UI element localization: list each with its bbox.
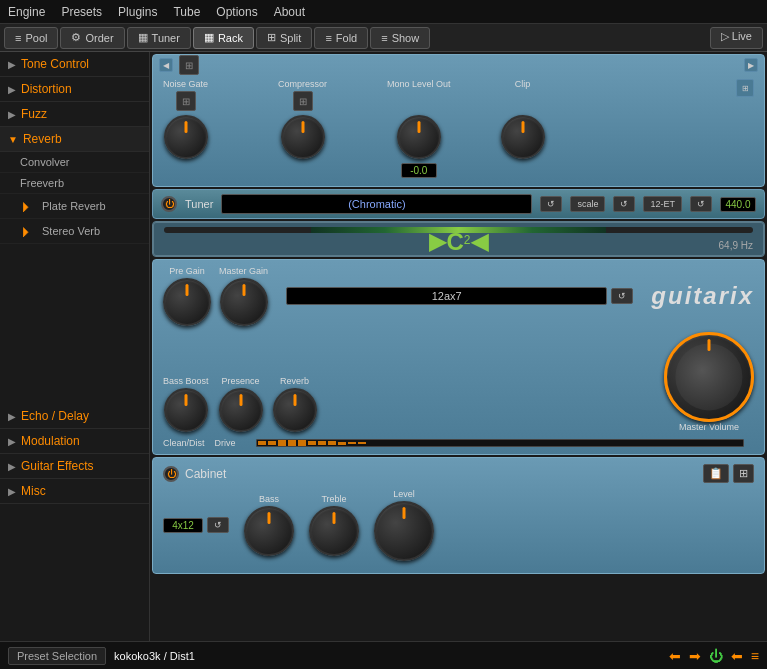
power-icon[interactable]: ⏻ [709,648,723,664]
drive-section: Drive [215,438,236,448]
cabinet-paste-button[interactable]: ⊞ [733,464,754,483]
live-icon: ▷ [721,30,729,42]
sidebar-item-echo-delay[interactable]: ▶ Echo / Delay [0,404,149,429]
menu-presets[interactable]: Presets [61,5,102,19]
sidebar-label-convolver: Convolver [20,156,70,168]
clip-knob[interactable] [501,115,545,159]
arrow-icon: ▶ [8,486,16,497]
master-gain-knob[interactable] [220,278,268,326]
arrow-right-icon[interactable]: ➡ [689,648,701,664]
master-volume-knob[interactable] [664,332,754,422]
sidebar-item-stereo-verb[interactable]: ⏵ Stereo Verb [0,219,149,244]
noise-gate-grid-btn[interactable]: ⊞ [176,91,196,111]
tuner-power-button[interactable]: ⏻ [161,196,177,212]
tab-fold[interactable]: ≡ Fold [314,27,368,49]
sidebar-item-guitar-effects[interactable]: ▶ Guitar Effects [0,454,149,479]
menu-options[interactable]: Options [216,5,257,19]
sidebar-label-distortion: Distortion [21,82,72,96]
pre-gain-label: Pre Gain [169,266,205,276]
sidebar-label-tone-control: Tone Control [21,57,89,71]
tuner-scale-refresh-button[interactable]: ↺ [613,196,635,212]
bullet-icon: ⏵ [20,198,34,214]
compressor-label: Compressor [278,79,327,89]
tab-show[interactable]: ≡ Show [370,27,430,49]
cabinet-label: Cabinet [185,467,226,481]
noise-gate-knob[interactable] [164,115,208,159]
bass-section: Bass [244,494,294,556]
menu-plugins[interactable]: Plugins [118,5,157,19]
level-knob[interactable] [374,501,434,561]
tuner-temperament-button[interactable]: 12-ET [643,196,682,212]
show-icon: ≡ [381,32,387,44]
drive-label: Drive [215,438,236,448]
back-icon[interactable]: ⬅ [731,648,743,664]
preset-selection-label: Preset Selection [8,647,106,665]
nav-right-icon[interactable]: ▶ [744,58,758,72]
sidebar-item-modulation[interactable]: ▶ Modulation [0,429,149,454]
bullet-icon: ⏵ [20,223,34,239]
sidebar-label-guitar-effects: Guitar Effects [21,459,93,473]
sidebar-item-convolver[interactable]: Convolver [0,152,149,173]
tuner-scale-button[interactable]: scale [570,196,605,212]
tab-rack[interactable]: ▦ Rack [193,27,254,49]
grid-button[interactable]: ⊞ [179,55,199,75]
gear-icon: ⚙ [71,31,81,44]
reverb-knob[interactable] [273,388,317,432]
compressor-grid-btn[interactable]: ⊞ [293,91,313,111]
panel-nav-icon[interactable]: ⊞ [736,79,754,97]
tab-order[interactable]: ⚙ Order [60,27,124,49]
cabinet-panel: ⏻ Cabinet 📋 ⊞ 4x12 ↺ Bass Treble [152,457,765,574]
tuner-temperament-refresh-button[interactable]: ↺ [690,196,712,212]
mono-level-knob[interactable] [397,115,441,159]
sidebar-item-distortion[interactable]: ▶ Distortion [0,77,149,102]
tuner-icon: ▦ [138,31,148,44]
tab-tuner[interactable]: ▦ Tuner [127,27,191,49]
cabinet-power-button[interactable]: ⏻ [163,466,179,482]
pre-gain-knob[interactable] [163,278,211,326]
tab-order-label: Order [85,32,113,44]
tab-pool-label: Pool [25,32,47,44]
nav-left-icon[interactable]: ◀ [159,58,173,72]
presence-knob[interactable] [219,388,263,432]
arrow-down-icon: ▼ [8,134,18,145]
live-button[interactable]: ▷ Live [710,27,763,49]
sidebar-item-tone-control[interactable]: ▶ Tone Control [0,52,149,77]
compressor-knob[interactable] [281,115,325,159]
cabinet-copy-button[interactable]: 📋 [703,464,729,483]
clip-section: Clip ⊞ [501,79,545,159]
treble-label: Treble [321,494,346,504]
sidebar-label-modulation: Modulation [21,434,80,448]
menu-tube[interactable]: Tube [173,5,200,19]
arrow-icon: ▶ [8,461,16,472]
sidebar-item-misc[interactable]: ▶ Misc [0,479,149,504]
tuner-panel: ⏻ Tuner (Chromatic) ↺ scale ↺ 12-ET ↺ 44… [152,189,765,219]
tuner-mode-text: (Chromatic) [348,198,405,210]
sidebar-label-echo-delay: Echo / Delay [21,409,89,423]
mixer-panel: ◀ ⊞ ▶ Noise Gate ⊞ Compressor ⊞ [152,54,765,187]
cabinet-refresh-button[interactable]: ↺ [207,517,229,533]
treble-knob[interactable] [309,506,359,556]
sidebar-item-plate-reverb[interactable]: ⏵ Plate Reverb [0,194,149,219]
tab-split[interactable]: ⊞ Split [256,27,312,49]
sidebar-item-reverb[interactable]: ▼ Reverb [0,127,149,152]
bass-knob[interactable] [244,506,294,556]
sidebar-item-fuzz[interactable]: ▶ Fuzz [0,102,149,127]
amp-refresh-button[interactable]: ↺ [611,288,633,304]
mono-level-label: Mono Level Out [387,79,451,89]
tuner-note-right: ▶ [471,229,488,255]
mono-level-section: Mono Level Out ⊞ -0.0 [387,79,451,178]
tab-pool[interactable]: ≡ Pool [4,27,58,49]
arrow-left-icon[interactable]: ⬅ [669,648,681,664]
sidebar-label-freeverb: Freeverb [20,177,64,189]
menu-about[interactable]: About [274,5,305,19]
tab-fold-label: Fold [336,32,357,44]
guitarix-panel: Pre Gain Master Gain 12ax7 ↺ guitarix [152,259,765,455]
bass-boost-knob[interactable] [164,388,208,432]
menu-icon[interactable]: ≡ [751,648,759,664]
eq-meter [256,439,744,447]
menu-engine[interactable]: Engine [8,5,45,19]
menu-bar: Engine Presets Plugins Tube Options Abou… [0,0,767,24]
sidebar-item-freeverb[interactable]: Freeverb [0,173,149,194]
tuner-refresh-button[interactable]: ↺ [540,196,562,212]
master-volume-label: Master Volume [679,422,739,432]
